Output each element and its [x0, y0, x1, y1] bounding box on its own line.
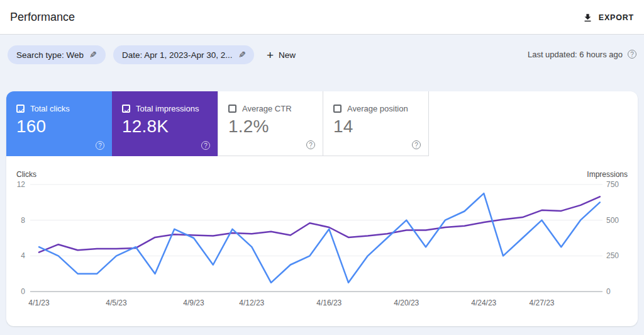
edit-pencil-icon: ✎ [89, 50, 97, 60]
left-axis-tick: 8 [21, 216, 25, 225]
clicks-impressions-line-chart: ClicksImpressions0481202505007504/1/234/… [6, 156, 638, 326]
new-filter-label: New [279, 50, 296, 60]
export-button[interactable]: EXPORT [582, 9, 634, 26]
unchecked-checkbox-icon[interactable] [333, 105, 341, 113]
total-clicks-card[interactable]: Total clicks 160 ? [6, 91, 112, 156]
search-type-chip-label: Search type: Web [16, 50, 84, 60]
search-type-chip[interactable]: Search type: Web ✎ [8, 45, 106, 64]
x-axis-label: 4/20/23 [394, 298, 419, 307]
performance-panel: Total clicks 160 ? Total impressions 12.… [6, 91, 638, 326]
right-axis-title: Impressions [587, 170, 628, 179]
average-position-card[interactable]: Average position 14 ? [323, 91, 429, 156]
average-ctr-card[interactable]: Average CTR 1.2% ? [218, 91, 323, 156]
metric-help-icon[interactable]: ? [306, 140, 315, 149]
performance-chart: ClicksImpressions0481202505007504/1/234/… [6, 156, 638, 326]
last-updated-text: Last updated: 6 hours ago [528, 50, 623, 59]
metric-value: 14 [333, 116, 353, 137]
plus-icon: + [267, 49, 274, 61]
metric-label: Average position [347, 104, 408, 113]
metric-cards-row: Total clicks 160 ? Total impressions 12.… [6, 91, 638, 156]
metric-label: Total impressions [136, 104, 199, 113]
clicks-line-series [39, 193, 600, 283]
left-axis-tick: 0 [21, 287, 25, 296]
date-range-chip-label: Date: Apr 1, 2023-Apr 30, 2... [122, 50, 233, 60]
right-axis-tick: 500 [606, 216, 619, 225]
x-axis-label: 4/1/23 [28, 298, 50, 307]
right-axis-tick: 250 [606, 251, 619, 260]
checked-checkbox-icon[interactable] [16, 105, 25, 113]
checked-checkbox-icon[interactable] [122, 105, 130, 113]
metric-help-icon[interactable]: ? [96, 141, 104, 150]
x-axis-label: 4/24/23 [471, 298, 496, 307]
left-axis-title: Clicks [16, 170, 36, 179]
left-axis-tick: 4 [21, 251, 25, 260]
metric-label: Average CTR [242, 104, 292, 113]
metric-help-icon[interactable]: ? [201, 141, 210, 150]
metric-label: Total clicks [30, 104, 70, 113]
metric-value: 1.2% [228, 116, 269, 137]
metric-value: 12.8K [122, 116, 169, 137]
total-impressions-card[interactable]: Total impressions 12.8K ? [112, 91, 218, 156]
page-title: Performance [10, 11, 75, 24]
date-range-chip[interactable]: Date: Apr 1, 2023-Apr 30, 2... ✎ [113, 45, 254, 64]
metric-help-icon[interactable]: ? [412, 140, 421, 149]
filter-bar: Search type: Web ✎ Date: Apr 1, 2023-Apr… [0, 35, 644, 73]
top-header: Performance EXPORT [0, 0, 644, 35]
new-filter-button[interactable]: + New [263, 45, 299, 64]
download-icon [582, 13, 593, 23]
last-updated-help-icon[interactable]: ? [628, 50, 636, 59]
x-axis-label: 4/5/23 [106, 298, 127, 307]
x-axis-label: 4/9/23 [183, 298, 204, 307]
metric-value: 160 [16, 116, 46, 137]
right-axis-tick: 0 [606, 287, 611, 296]
x-axis-label: 4/16/23 [316, 298, 341, 307]
unchecked-checkbox-icon[interactable] [228, 105, 236, 113]
export-label: EXPORT [599, 13, 634, 22]
left-axis-tick: 12 [17, 180, 26, 189]
x-axis-label: 4/27/23 [529, 298, 554, 307]
right-axis-tick: 750 [606, 180, 619, 189]
edit-pencil-icon: ✎ [238, 50, 246, 60]
x-axis-label: 4/12/23 [239, 298, 264, 307]
